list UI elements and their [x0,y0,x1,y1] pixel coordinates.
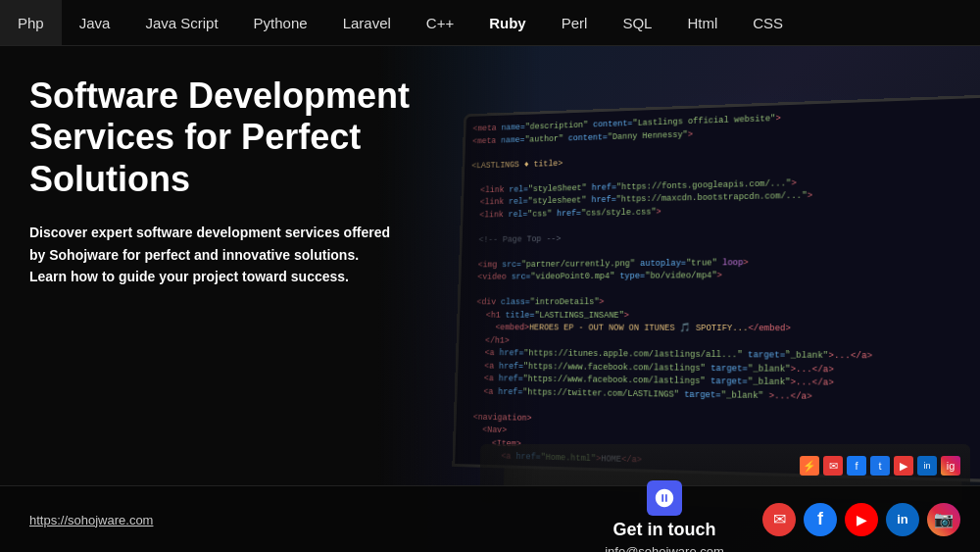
small-icon-5: ▶ [894,456,913,476]
sohojware-logo-icon [654,487,675,509]
nav-item-php[interactable]: Php [0,0,62,45]
nav-item-java[interactable]: Java [62,0,128,45]
nav-item-perl[interactable]: Perl [544,0,606,45]
nav-item-sql[interactable]: SQL [605,0,669,45]
bottom-center: Get in touch info@sohojware.com [566,480,762,553]
nav-item-javascript[interactable]: Java Script [127,0,235,45]
bottom-left: https://sohojware.com [0,511,566,528]
social-icons: ✉ f ▶ in 📷 [762,503,980,536]
small-social-icons: ⚡ ✉ f t ▶ in ig [800,456,960,476]
small-icon-3: f [847,456,866,476]
small-icon-7: ig [941,456,960,476]
instagram-social-icon[interactable]: 📷 [927,503,960,536]
nav-item-pythone[interactable]: Pythone [236,0,325,45]
facebook-social-icon[interactable]: f [804,503,837,536]
bottom-bar: https://sohojware.com Get in touch info@… [0,485,980,552]
small-icon-6: in [917,456,937,476]
small-icon-2: ✉ [823,456,843,476]
website-url[interactable]: https://sohojware.com [29,513,153,527]
small-icon-4: t [870,456,890,476]
email-social-icon[interactable]: ✉ [762,503,796,536]
linkedin-social-icon[interactable]: in [886,503,919,536]
nav-item-laravel[interactable]: Laravel [325,0,409,45]
nav-item-css[interactable]: CSS [735,0,801,45]
hero-description: Discover expert software development ser… [29,222,392,287]
get-in-touch-icon [647,480,682,516]
contact-email[interactable]: info@sohojware.com [605,544,724,553]
small-icon-1: ⚡ [800,456,819,476]
hero-content: Software Development Services for Perfec… [0,46,510,552]
get-in-touch-label: Get in touch [613,520,716,540]
youtube-social-icon[interactable]: ▶ [845,503,878,536]
nav-item-html[interactable]: Html [669,0,735,45]
hero-headline: Software Development Services for Perfec… [29,75,480,200]
nav-item-ruby[interactable]: Ruby [471,0,544,45]
nav-item-cpp[interactable]: C++ [409,0,471,45]
navbar: Php Java Java Script Pythone Laravel C++… [0,0,980,46]
